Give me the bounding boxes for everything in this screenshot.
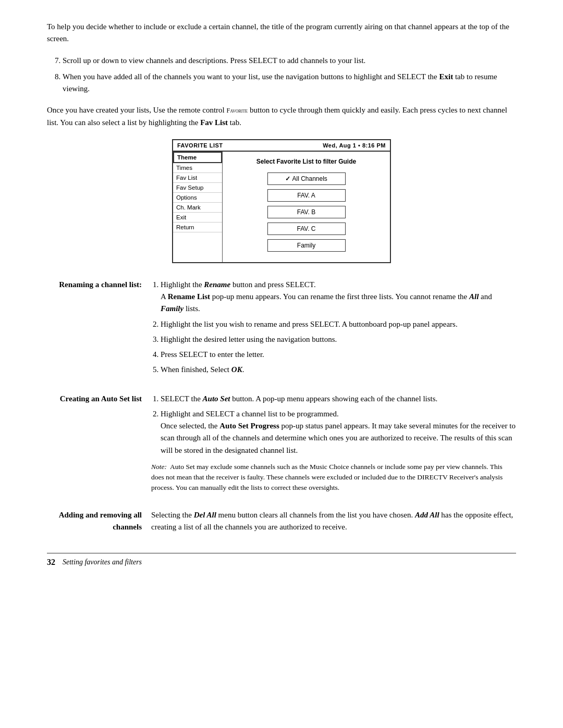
panel-title: Select Favorite List to filter Guide	[230, 158, 383, 165]
sidebar-item-chmark[interactable]: Ch. Mark	[173, 203, 222, 213]
sidebar-item-theme[interactable]: Theme	[173, 152, 222, 163]
list-item-7: Scroll up or down to view channels and d…	[63, 55, 516, 67]
channel-btn-favc[interactable]: FAV. C	[267, 223, 346, 235]
intro-para2: Once you have created your lists, Use th…	[47, 104, 516, 129]
renaming-body: Highlight the Rename button and press SE…	[151, 279, 516, 381]
ui-header: FAVORITE LIST Wed, Aug 1 • 8:16 PM	[173, 140, 390, 152]
section-autoset: Creating an Auto Set list SELECT the Aut…	[47, 393, 516, 498]
intro-list: Scroll up or down to view channels and d…	[63, 55, 516, 95]
ui-header-title: FAVORITE LIST	[177, 142, 223, 149]
sidebar-item-favlist[interactable]: Fav List	[173, 173, 222, 183]
page-content: To help you decide whether to include or…	[47, 21, 516, 567]
autoset-label: Creating an Auto Set list	[47, 393, 151, 498]
channel-btn-all[interactable]: All Channels	[267, 172, 346, 185]
autoset-step2: Highlight and SELECT a channel list to b…	[161, 408, 516, 456]
footer: 32 Setting favorites and filters	[47, 553, 516, 567]
sidebar-item-options[interactable]: Options	[173, 193, 222, 203]
renaming-step3: Highlight the desired letter using the n…	[161, 334, 516, 346]
autoset-step1: SELECT the Auto Set button. A pop-up men…	[161, 393, 516, 405]
list-item-8: When you have added all of the channels …	[63, 71, 516, 95]
ui-main-panel: Select Favorite List to filter Guide All…	[223, 152, 390, 262]
renaming-step5: When finished, Select OK.	[161, 364, 516, 376]
sidebar-item-exit[interactable]: Exit	[173, 213, 222, 223]
autoset-body: SELECT the Auto Set button. A pop-up men…	[151, 393, 516, 498]
footer-text: Setting favorites and filters	[63, 558, 142, 566]
ui-screenshot: FAVORITE LIST Wed, Aug 1 • 8:16 PM Theme…	[172, 139, 391, 263]
channel-btn-favb[interactable]: FAV. B	[267, 206, 346, 218]
channel-btn-fava[interactable]: FAV. A	[267, 189, 346, 202]
channel-btn-family[interactable]: Family	[267, 239, 346, 252]
renaming-label: Renaming a channel list:	[47, 279, 151, 381]
renaming-step4: Press SELECT to enter the letter.	[161, 349, 516, 361]
adding-label: Adding and removing all channels	[47, 509, 151, 538]
ui-body: Theme Times Fav List Fav Setup Options C…	[173, 152, 390, 262]
intro-para1: To help you decide whether to include or…	[47, 21, 516, 45]
sidebar-item-favsetup[interactable]: Fav Setup	[173, 183, 222, 193]
page-number: 32	[47, 558, 55, 567]
autoset-note: Note: Auto Set may exclude some channels…	[151, 462, 516, 493]
adding-body: Selecting the Del All menu button clears…	[151, 509, 516, 538]
section-adding: Adding and removing all channels Selecti…	[47, 509, 516, 538]
renaming-step2: Highlight the list you wish to rename an…	[161, 318, 516, 330]
sidebar-item-times[interactable]: Times	[173, 163, 222, 173]
ui-sidebar: Theme Times Fav List Fav Setup Options C…	[173, 152, 223, 262]
section-renaming: Renaming a channel list: Highlight the R…	[47, 279, 516, 381]
renaming-step1: Highlight the Rename button and press SE…	[161, 279, 516, 315]
ui-header-datetime: Wed, Aug 1 • 8:16 PM	[323, 142, 386, 149]
adding-text: Selecting the Del All menu button clears…	[151, 509, 516, 534]
sidebar-item-return[interactable]: Return	[173, 223, 222, 232]
